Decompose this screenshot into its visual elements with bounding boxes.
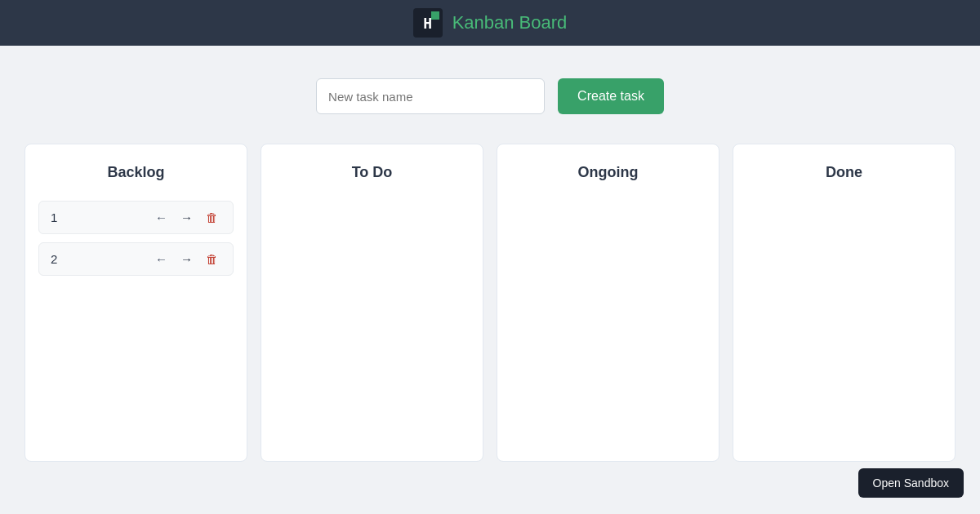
column-todo-title: To Do	[274, 164, 470, 181]
move-left-button[interactable]: ←	[152, 251, 171, 267]
task-number: 2	[51, 252, 57, 266]
column-backlog-title: Backlog	[38, 164, 234, 181]
task-item: 2 ← → 🗑	[38, 242, 234, 276]
app-header: H Kanban Board	[0, 0, 980, 46]
main-content: Create task Backlog 1 ← → 🗑 2 ←	[0, 46, 980, 478]
open-sandbox-button[interactable]: Open Sandbox	[858, 468, 964, 498]
task-name-input[interactable]	[316, 78, 545, 114]
task-creation-bar: Create task	[24, 78, 956, 114]
delete-task-button[interactable]: 🗑	[203, 210, 221, 225]
column-todo: To Do	[261, 144, 483, 462]
task-number: 1	[51, 210, 57, 224]
column-backlog: Backlog 1 ← → 🗑 2 ← → 🗑	[24, 144, 247, 462]
task-actions: ← → 🗑	[152, 210, 221, 225]
column-ongoing-title: Ongoing	[510, 164, 706, 181]
delete-task-button[interactable]: 🗑	[203, 251, 221, 267]
create-task-button[interactable]: Create task	[558, 78, 664, 114]
app-title: Kanban Board	[452, 12, 568, 33]
app-logo: H	[413, 8, 443, 38]
move-right-button[interactable]: →	[177, 210, 196, 225]
logo-accent	[431, 11, 439, 20]
column-ongoing: Ongoing	[497, 144, 719, 462]
move-right-button[interactable]: →	[177, 251, 196, 267]
kanban-board: Backlog 1 ← → 🗑 2 ← → 🗑	[24, 144, 956, 462]
task-item: 1 ← → 🗑	[38, 201, 234, 234]
column-done: Done	[733, 144, 956, 462]
backlog-task-list: 1 ← → 🗑 2 ← → 🗑	[38, 201, 234, 276]
task-actions: ← → 🗑	[152, 251, 221, 267]
column-done-title: Done	[746, 164, 942, 181]
move-left-button[interactable]: ←	[152, 210, 171, 225]
